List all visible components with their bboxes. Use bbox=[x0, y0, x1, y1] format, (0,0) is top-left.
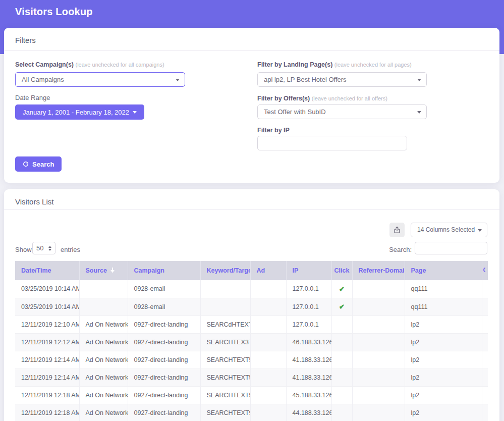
offers-label: Filter by Offers(s) (leave unchecked for… bbox=[257, 95, 387, 102]
export-button[interactable] bbox=[389, 223, 405, 237]
cell-ad bbox=[250, 315, 286, 333]
chevron-down-icon bbox=[176, 79, 180, 81]
cell-keyword-target: SEARCHTEXT5 bbox=[200, 351, 250, 369]
cell-click bbox=[331, 404, 352, 421]
cell-campaign: 0927-direct-landing bbox=[128, 333, 200, 351]
campaign-select[interactable]: All Campaigns bbox=[15, 72, 185, 87]
cell-date-time: 12/11/2019 12:14 AM bbox=[15, 369, 79, 386]
cell-date-time: 12/11/2019 12:18 AM bbox=[15, 404, 79, 421]
cell-referrer-domain bbox=[352, 351, 405, 369]
divider bbox=[4, 50, 499, 51]
cell-clipped bbox=[482, 333, 488, 351]
cell-clipped bbox=[482, 386, 488, 404]
date-range-button[interactable]: January 1, 2001 - February 18, 2022 bbox=[15, 104, 144, 120]
cell-keyword-target bbox=[200, 298, 250, 315]
campaign-label: Select Campaign(s) (leave unchecked for … bbox=[15, 61, 164, 68]
ip-filter-input[interactable] bbox=[257, 136, 407, 150]
cell-page: lp2 bbox=[405, 351, 482, 369]
col-header-source[interactable]: Source bbox=[79, 261, 128, 280]
col-header-referrer-domain[interactable]: Referrer-Domain bbox=[352, 261, 405, 280]
filters-card: Filters Select Campaign(s) (leave unchec… bbox=[4, 28, 499, 183]
chevron-down-icon bbox=[133, 111, 137, 114]
col-header-campaign[interactable]: Campaign bbox=[128, 261, 200, 280]
cell-ip: 41.188.33.126 bbox=[286, 369, 331, 386]
table-row: 12/11/2019 12:12 AMAd On Network0927-dir… bbox=[15, 333, 488, 351]
cell-clipped bbox=[482, 369, 488, 386]
cell-page: qq111 bbox=[405, 298, 482, 315]
cell-click bbox=[331, 386, 352, 404]
cell-date-time: 12/11/2019 12:10 AM bbox=[15, 315, 79, 333]
cell-campaign: 0928-email bbox=[128, 280, 200, 298]
cell-referrer-domain bbox=[352, 404, 405, 421]
table-row: 12/11/2019 12:18 AMAd On Network0927-dir… bbox=[15, 386, 488, 404]
col-header-clipped[interactable]: C bbox=[482, 261, 488, 280]
cell-click: ✔ bbox=[331, 298, 352, 315]
cell-clipped bbox=[482, 298, 488, 315]
table-row: 12/11/2019 12:10 AMAd On Network0927-dir… bbox=[15, 315, 488, 333]
cell-click: ✔ bbox=[331, 280, 352, 298]
cell-campaign: 0927-direct-landing bbox=[128, 351, 200, 369]
page-size-select[interactable]: 50 bbox=[32, 242, 55, 254]
cell-source: Ad On Network bbox=[79, 333, 128, 351]
cell-click bbox=[331, 351, 352, 369]
col-header-keyword-target[interactable]: Keyword/Target bbox=[200, 261, 250, 280]
landing-page-label: Filter by Landing Page(s) (leave uncheck… bbox=[257, 61, 412, 68]
cell-date-time: 03/25/2019 10:14 AM bbox=[15, 298, 79, 315]
col-header-click[interactable]: Click bbox=[331, 261, 352, 280]
click-check-icon: ✔ bbox=[339, 303, 345, 310]
cell-ip: 41.188.33.126 bbox=[286, 351, 331, 369]
table-row: 12/11/2019 12:14 AMAd On Network0927-dir… bbox=[15, 369, 488, 386]
table-row: 03/25/2019 10:14 AM0928-email127.0.0.1✔q… bbox=[15, 298, 488, 315]
col-header-ad[interactable]: Ad bbox=[250, 261, 286, 280]
cell-referrer-domain bbox=[352, 315, 405, 333]
cell-campaign: 0928-email bbox=[128, 298, 200, 315]
table-row: 12/11/2019 12:18 AMAd On Network0927-dir… bbox=[15, 404, 488, 421]
offers-select[interactable]: Test Offer with SubID bbox=[257, 104, 427, 119]
cell-page: lp2 bbox=[405, 369, 482, 386]
visitors-table: Date/TimeSourceCampaignKeyword/TargetAdI… bbox=[15, 261, 488, 421]
cell-campaign: 0927-direct-landing bbox=[128, 404, 200, 421]
table-row: 12/11/2019 12:14 AMAd On Network0927-dir… bbox=[15, 351, 488, 369]
cell-source: Ad On Network bbox=[79, 404, 128, 421]
cell-referrer-domain bbox=[352, 280, 405, 298]
cell-source: Ad On Network bbox=[79, 369, 128, 386]
search-button[interactable]: Search bbox=[15, 156, 62, 172]
chevron-down-icon bbox=[417, 79, 421, 81]
cell-date-time: 12/11/2019 12:12 AM bbox=[15, 333, 79, 351]
cell-referrer-domain bbox=[352, 333, 405, 351]
landing-page-hint: (leave unchecked for all pages) bbox=[334, 62, 412, 68]
cell-ad bbox=[250, 386, 286, 404]
cell-keyword-target: SEARCHTEXT9 bbox=[200, 386, 250, 404]
cell-ip: 44.188.33.126 bbox=[286, 404, 331, 421]
cell-source bbox=[79, 298, 128, 315]
page-title: Visitors Lookup bbox=[0, 0, 504, 18]
campaign-hint: (leave unchecked for all campaigns) bbox=[76, 62, 164, 68]
click-check-icon: ✔ bbox=[339, 285, 345, 293]
cell-source: Ad On Network bbox=[79, 315, 128, 333]
col-header-date-time[interactable]: Date/Time bbox=[15, 261, 79, 280]
columns-selected-dropdown[interactable]: 14 Columns Selected bbox=[411, 223, 487, 237]
cell-keyword-target: SEARCdHTEXT bbox=[200, 315, 250, 333]
filters-title: Filters bbox=[15, 36, 36, 44]
cell-ad bbox=[250, 280, 286, 298]
cell-ip: 45.188.33.126 bbox=[286, 386, 331, 404]
table-search-label: Search: bbox=[388, 246, 412, 253]
cell-page: lp2 bbox=[405, 386, 482, 404]
cell-source: Ad On Network bbox=[79, 386, 128, 404]
cell-click bbox=[331, 333, 352, 351]
col-header-page[interactable]: Page bbox=[405, 261, 482, 280]
landing-page-select[interactable]: api lp2, LP Best Hotel Offers bbox=[257, 72, 427, 87]
cell-clipped bbox=[482, 280, 488, 298]
refresh-icon bbox=[23, 161, 29, 167]
cell-referrer-domain bbox=[352, 298, 405, 315]
cell-campaign: 0927-direct-landing bbox=[128, 386, 200, 404]
table-search-input[interactable] bbox=[415, 242, 487, 254]
cell-keyword-target: SEARCHTEXT5 bbox=[200, 369, 250, 386]
col-header-ip[interactable]: IP bbox=[286, 261, 331, 280]
cell-clipped bbox=[482, 404, 488, 421]
cell-ip: 127.0.0.1 bbox=[286, 298, 331, 315]
cell-ad bbox=[250, 351, 286, 369]
cell-campaign: 0927-direct-landing bbox=[128, 315, 200, 333]
cell-clipped bbox=[482, 351, 488, 369]
cell-page: lp2 bbox=[405, 315, 482, 333]
